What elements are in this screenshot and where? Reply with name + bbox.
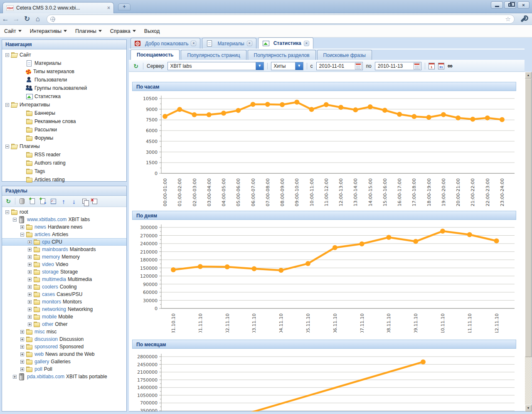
back-button[interactable]: ← bbox=[0, 15, 11, 23]
expand-plus-icon[interactable] bbox=[28, 323, 32, 326]
date-from-input[interactable]: 2010-11-01 bbox=[316, 62, 363, 70]
tree-item-Tags[interactable]: Tags bbox=[2, 167, 126, 175]
add-link-button[interactable]: ★➤ bbox=[39, 198, 47, 205]
tab-Статистика[interactable]: Статистика× bbox=[258, 37, 313, 49]
calendar-picker-icon[interactable] bbox=[414, 63, 420, 69]
section-item-other[interactable]: otherOther bbox=[2, 320, 126, 328]
tree-item-Типы материалов[interactable]: Типы материалов bbox=[2, 67, 126, 76]
expand-plus-icon[interactable] bbox=[28, 270, 32, 274]
collapse-minus-icon[interactable] bbox=[13, 218, 17, 222]
tab-Материалы[interactable]: Материалы× bbox=[202, 38, 256, 49]
add-section-button[interactable]: ★ bbox=[29, 198, 36, 205]
tree-item-Authors rating[interactable]: Authors rating bbox=[2, 159, 126, 167]
expand-plus-icon[interactable] bbox=[20, 352, 24, 356]
tab-close-icon[interactable]: × bbox=[107, 5, 110, 11]
section-item-multimedia[interactable]: multimediaMultimedia bbox=[2, 276, 126, 283]
tree-item-Форумы[interactable]: Форумы bbox=[2, 134, 126, 142]
copy-button[interactable] bbox=[81, 198, 88, 205]
reload-button[interactable]: ↻ bbox=[22, 15, 32, 23]
tree-item-Статистика[interactable]: Статистика bbox=[2, 92, 126, 101]
scroll-up-icon[interactable]: ▲ bbox=[525, 72, 532, 79]
delete-button[interactable] bbox=[91, 198, 99, 205]
expand-plus-icon[interactable] bbox=[20, 345, 24, 349]
section-item-www.xbitlabs.com[interactable]: www.xbitlabs.comXBIT labs bbox=[2, 216, 126, 223]
section-item-networking[interactable]: networkingNetworking bbox=[2, 306, 126, 313]
subtab-Популярность разделов[interactable]: Популярность разделов bbox=[248, 50, 316, 60]
infinity-icon[interactable]: ∞ bbox=[448, 63, 453, 69]
expand-plus-icon[interactable] bbox=[28, 285, 32, 289]
section-item-misc[interactable]: miscmisc bbox=[2, 328, 126, 335]
collapse-minus-icon[interactable] bbox=[5, 103, 9, 107]
tree-item-Группы пользователей[interactable]: Группы пользователей bbox=[2, 84, 126, 92]
tree-item-Рассылки[interactable]: Рассылки bbox=[2, 126, 126, 134]
tab-close-icon[interactable]: × bbox=[304, 41, 309, 46]
expand-plus-icon[interactable] bbox=[20, 360, 24, 364]
expand-plus-icon[interactable] bbox=[20, 367, 24, 371]
date-to-input[interactable]: 2010-11-13 bbox=[375, 62, 421, 70]
expand-plus-icon[interactable] bbox=[20, 330, 24, 334]
vertical-scrollbar[interactable]: ▲ ▼ bbox=[525, 72, 532, 412]
section-item-coolers[interactable]: coolersCooling bbox=[2, 283, 126, 291]
calendar-month-icon[interactable]: 31 bbox=[438, 63, 444, 69]
home-button[interactable]: ⌂ bbox=[32, 15, 43, 23]
collapse-minus-icon[interactable] bbox=[5, 145, 9, 148]
move-down-button[interactable]: ↓ bbox=[70, 198, 78, 205]
expand-plus-icon[interactable] bbox=[28, 255, 32, 259]
tree-item-Интерактивы[interactable]: Интерактивы bbox=[2, 101, 126, 109]
subtab-Популярность страниц[interactable]: Популярность страниц bbox=[181, 50, 246, 60]
refresh-icon[interactable]: ↻ bbox=[132, 62, 140, 69]
browser-tab[interactable]: Xbit Cetera CMS 3.0.2 www.xbi... × bbox=[2, 2, 114, 13]
menu-item-Плагины[interactable]: Плагины bbox=[75, 28, 102, 34]
chevron-down-icon[interactable]: ▼ bbox=[295, 62, 303, 70]
expand-plus-icon[interactable] bbox=[28, 293, 32, 296]
new-tab-button[interactable]: + bbox=[118, 3, 131, 10]
collapse-minus-icon[interactable] bbox=[5, 53, 9, 57]
settings-wrench-icon[interactable] bbox=[518, 15, 529, 23]
expand-plus-icon[interactable] bbox=[13, 375, 17, 379]
scroll-down-icon[interactable]: ▼ bbox=[525, 405, 532, 412]
section-item-memory[interactable]: memoryMemory bbox=[2, 253, 126, 261]
section-item-cpu[interactable]: cpuCPU bbox=[2, 238, 126, 246]
properties-button[interactable] bbox=[49, 198, 57, 205]
collapse-minus-icon[interactable] bbox=[5, 210, 9, 214]
expand-plus-icon[interactable] bbox=[28, 315, 32, 319]
tree-item-Баннеры[interactable]: Баннеры bbox=[2, 109, 126, 117]
section-item-mainboards[interactable]: mainboardsMainboards bbox=[2, 246, 126, 253]
expand-plus-icon[interactable] bbox=[20, 225, 24, 229]
expand-plus-icon[interactable] bbox=[28, 300, 32, 304]
menu-item-Справка[interactable]: Справка bbox=[110, 28, 136, 34]
calendar-picker-icon[interactable] bbox=[355, 63, 362, 69]
collapse-minus-icon[interactable] bbox=[20, 233, 24, 237]
tree-item-Articles rating[interactable]: Articles rating bbox=[2, 175, 126, 184]
address-bar[interactable]: ☆ bbox=[47, 15, 515, 24]
tree-item-Пользователи[interactable]: Пользователи bbox=[2, 76, 126, 84]
menu-item-Сайт[interactable]: Сайт bbox=[4, 28, 22, 34]
tab-Добро пожаловать[interactable]: Добро пожаловать× bbox=[131, 38, 200, 49]
tree-item-Плагины[interactable]: Плагины bbox=[2, 142, 126, 150]
tree-item-Сайт[interactable]: Сайт bbox=[2, 51, 126, 59]
bookmark-star-icon[interactable]: ☆ bbox=[505, 15, 511, 23]
section-item-news[interactable]: newsHardware news bbox=[2, 223, 126, 231]
section-item-sponsored[interactable]: sponsoredSponsored bbox=[2, 343, 126, 350]
move-up-button[interactable]: ↑ bbox=[60, 198, 67, 205]
expand-plus-icon[interactable] bbox=[28, 308, 32, 311]
section-item-cases[interactable]: casesCases/PSU bbox=[2, 291, 126, 298]
restore-button[interactable] bbox=[504, 1, 516, 9]
tab-close-icon[interactable]: × bbox=[247, 41, 252, 46]
expand-plus-icon[interactable] bbox=[20, 338, 24, 341]
minimize-button[interactable] bbox=[491, 1, 503, 9]
section-item-video[interactable]: videoVideo bbox=[2, 261, 126, 268]
menu-item-Интерактивы[interactable]: Интерактивы bbox=[30, 28, 67, 34]
tree-item-RSS reader[interactable]: RSS reader bbox=[2, 150, 126, 159]
subtab-Посещаемость[interactable]: Посещаемость bbox=[131, 49, 180, 60]
expand-plus-icon[interactable] bbox=[28, 278, 32, 281]
section-item-pda.xbitlabs.com[interactable]: pda.xbitlabs.comXBIT labs portable bbox=[2, 373, 126, 380]
section-item-poll[interactable]: pollPoll bbox=[2, 365, 126, 373]
calendar-day-icon[interactable]: 1 bbox=[429, 63, 435, 69]
expand-plus-icon[interactable] bbox=[28, 240, 32, 244]
menu-item-Выход[interactable]: Выход bbox=[144, 28, 160, 34]
expand-plus-icon[interactable] bbox=[28, 263, 32, 266]
subtab-Поисковые фразы[interactable]: Поисковые фразы bbox=[317, 50, 372, 60]
section-item-monitors[interactable]: monitorsMonitors bbox=[2, 298, 126, 306]
server-select[interactable]: XBIT labs ▼ bbox=[167, 62, 264, 70]
